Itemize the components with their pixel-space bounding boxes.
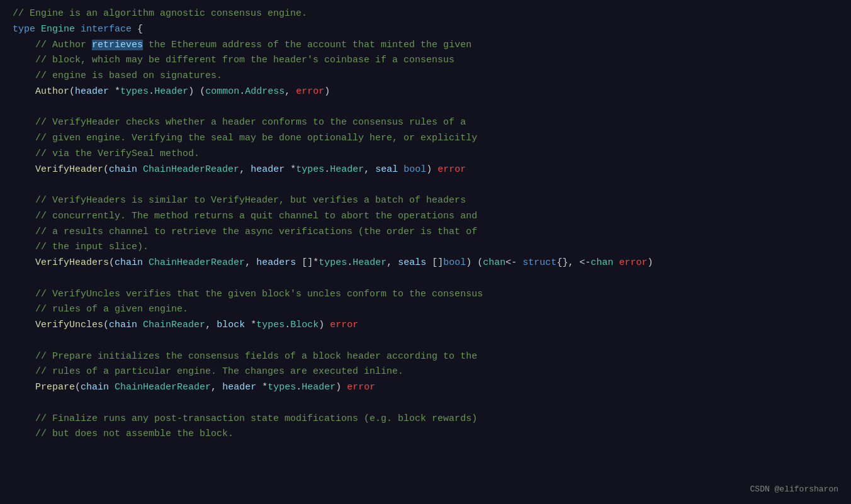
code-line-18 (13, 271, 838, 287)
code-line-14: // concurrently. The method returns a qu… (13, 209, 838, 225)
code-line-21: VerifyUncles(chain ChainReader, block *t… (13, 318, 838, 333)
code-line-12 (13, 177, 838, 193)
code-line-19: // VerifyUncles verifies that the given … (13, 287, 838, 303)
code-line-20: // rules of a given engine. (13, 302, 838, 318)
code-line-2: type Engine interface { (13, 22, 838, 38)
code-line-15: // a results channel to retrieve the asy… (13, 225, 838, 240)
watermark-text: CSDN @eliforsharon (750, 483, 838, 496)
code-line-24: // rules of a particular engine. The cha… (13, 364, 838, 380)
code-line-22 (13, 333, 838, 349)
code-line-5: // engine is based on signatures. (13, 69, 838, 84)
code-line-11: VerifyHeader(chain ChainHeaderReader, he… (13, 162, 838, 178)
code-line-16: // the input slice). (13, 240, 838, 255)
code-line-17: VerifyHeaders(chain ChainHeaderReader, h… (13, 255, 838, 271)
code-line-26 (13, 396, 838, 412)
code-line-27: // Finalize runs any post-transaction st… (13, 412, 838, 427)
code-line-8: // VerifyHeader checks whether a header … (13, 115, 838, 131)
code-line-3: // Author retrieves the Ethereum address… (13, 38, 838, 53)
code-editor: // Engine is an algorithm agnostic conse… (0, 0, 851, 504)
code-line-1: // Engine is an algorithm agnostic conse… (13, 6, 838, 22)
code-line-25: Prepare(chain ChainHeaderReader, header … (13, 380, 838, 396)
code-line-23: // Prepare initializes the consensus fie… (13, 349, 838, 365)
code-line-9: // given engine. Verifying the seal may … (13, 131, 838, 147)
code-line-28: // but does not assemble the block. (13, 427, 838, 442)
code-line-4: // block, which may be different from th… (13, 53, 838, 69)
code-line-10: // via the VerifySeal method. (13, 147, 838, 162)
code-line-13: // VerifyHeaders is similar to VerifyHea… (13, 193, 838, 209)
code-line-7 (13, 100, 838, 116)
code-line-6: Author(header *types.Header) (common.Add… (13, 84, 838, 100)
